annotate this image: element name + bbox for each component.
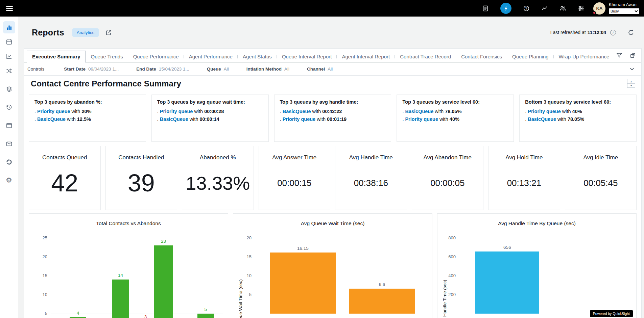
queue-link[interactable]: Priority queue — [405, 116, 438, 122]
filter-queue[interactable]: Queue All — [207, 67, 229, 72]
filter-channel[interactable]: Channel All — [307, 67, 333, 72]
sidebar-item-dashboards[interactable] — [3, 156, 15, 168]
expand-icon[interactable] — [630, 52, 636, 58]
tab-agent-status[interactable]: Agent Status — [238, 51, 277, 62]
flash-button[interactable] — [500, 3, 511, 14]
insight-item: . Priority queue with 40% — [525, 108, 631, 115]
tab-contact-forensics[interactable]: Contact Forensics — [456, 51, 507, 62]
insight-item: . BasicQueue with 12.5% — [34, 115, 140, 123]
kpi-value: 39 — [128, 169, 155, 197]
chart-bar[interactable] — [154, 245, 173, 318]
sliders-icon[interactable] — [578, 5, 585, 12]
queue-link[interactable]: Priority queue — [528, 109, 561, 114]
chart-bar[interactable] — [270, 253, 336, 314]
notes-icon[interactable] — [482, 5, 489, 12]
insight-card-wait-time: Top 3 queues by avg queue wait time: . P… — [151, 95, 269, 142]
filter-initiation-method[interactable]: Intiation Method All — [246, 67, 289, 72]
external-link-icon[interactable] — [105, 29, 112, 36]
agents-icon[interactable] — [559, 5, 566, 12]
avatar[interactable]: KA — [593, 2, 605, 15]
sidebar-item-settings[interactable]: ⚙ — [3, 174, 15, 186]
insight-cards: Top 3 queues by abandon %: . Priority qu… — [29, 95, 637, 142]
chart-bar[interactable] — [197, 314, 214, 318]
sidebar-item-email[interactable] — [3, 138, 15, 150]
tab-queue-interval-report[interactable]: Queue Interval Report — [277, 51, 337, 62]
filter-start-date[interactable]: Start Date 09/04/2023 1... — [64, 67, 119, 72]
dashboard-panel: Executive Summary Queue Trends Queue Per… — [24, 48, 642, 318]
bar-value-label: 14 — [107, 273, 134, 278]
chart-bar[interactable] — [349, 289, 415, 314]
stepper-up-icon[interactable]: ▲ — [627, 79, 635, 83]
last-refreshed-time: 11:12:04 — [588, 30, 606, 35]
insight-card-service-level-bottom: Bottom 3 queues by service level 60: . P… — [519, 95, 637, 142]
plot-area: 16.156.6 — [233, 214, 432, 318]
queue-link[interactable]: BasicQueue — [405, 109, 433, 114]
kpi-cards: Contacts Queued 42 Contacts Handled 39 A… — [29, 146, 637, 210]
queue-link[interactable]: Priority queue — [160, 109, 193, 114]
chevron-down-icon[interactable] — [629, 66, 635, 72]
browser-window-icon — [6, 122, 13, 129]
kpi-abandoned-pct: Abandoned % 13.33% — [182, 146, 254, 210]
menu-icon[interactable] — [6, 5, 13, 12]
controls-label: Controls — [27, 67, 44, 72]
sidebar-item-reports[interactable] — [3, 21, 15, 33]
filter-icon[interactable] — [616, 52, 622, 58]
kpi-value: 00:38:16 — [354, 178, 388, 188]
help-icon[interactable]: ? — [523, 5, 530, 12]
gridline — [51, 238, 223, 238]
insight-card-handle-time: Top 3 queues by avg handle time: . Basic… — [274, 95, 391, 142]
queue-link[interactable]: Priority queue — [283, 116, 316, 122]
kpi-avg-answer-time: Avg Answer Time 00:00:15 — [259, 146, 331, 210]
insight-item: . Priority queue with 20% — [34, 108, 140, 115]
tab-agent-interval-report[interactable]: Agent Interval Report — [337, 51, 395, 62]
tab-wrap-up-performance[interactable]: Wrap-Up Performance — [554, 51, 615, 62]
controls-bar: Controls Start Date 09/04/2023 1... End … — [24, 63, 641, 76]
sidebar-item-history[interactable] — [3, 101, 15, 113]
refresh-button[interactable] — [627, 29, 635, 36]
chart-bar[interactable] — [475, 251, 539, 314]
insight-item: . BasicQueue with 00:42:22 — [280, 108, 386, 115]
insight-card-service-level-top: Top 3 queues by service level 60: . Basi… — [397, 95, 514, 142]
chart-total-contacts-vs-abandons: 4143235 Total Contacts vs Abandons 25201… — [29, 213, 228, 318]
kpi-value: 13.33% — [186, 172, 250, 194]
y-tick-label: 15 — [233, 254, 252, 259]
y-tick-label: 200 — [437, 292, 456, 297]
quicksight-badge: Powered by QuickSight — [590, 310, 633, 317]
sidebar-item-layers[interactable] — [3, 83, 15, 95]
filter-end-date[interactable]: End Date 15/04/2023 1... — [136, 67, 189, 72]
info-icon[interactable]: i — [610, 30, 616, 35]
queue-link[interactable]: BasicQueue — [37, 116, 66, 122]
calendar-icon — [6, 38, 13, 45]
status-select[interactable]: Busy — [609, 8, 639, 14]
tab-agent-performance[interactable]: Agent Performance — [184, 51, 238, 62]
queue-link[interactable]: Priority queue — [37, 109, 70, 114]
tab-executive-summary[interactable]: Executive Summary — [27, 51, 86, 63]
gridline — [51, 295, 223, 295]
kpi-avg-abandon-time: Avg Abandon Time 00:00:05 — [412, 146, 484, 210]
sidebar-item-calendar[interactable] — [3, 36, 15, 48]
queue-link[interactable]: BasicQueue — [528, 116, 556, 122]
page-header: Reports Analytics Last refreshed at 11:1… — [18, 17, 644, 48]
queue-link[interactable]: BasicQueue — [160, 116, 188, 122]
layers-icon — [6, 86, 13, 92]
tab-queue-planning[interactable]: Queue Planning — [507, 51, 554, 62]
sidebar-item-window[interactable] — [3, 120, 15, 132]
insight-item: . BasicQueue with 00:00:14 — [157, 115, 263, 123]
metrics-icon[interactable] — [541, 5, 548, 12]
sidebar-item-routing[interactable] — [3, 65, 15, 77]
donut-chart-icon — [6, 159, 13, 165]
queue-link[interactable]: BasicQueue — [283, 109, 311, 114]
chart-avg-handle-time-by-queue: 656 Avg Handle Time By Queue (sec) Avg H… — [437, 213, 637, 318]
charts-row: 4143235 Total Contacts vs Abandons 25201… — [29, 213, 637, 318]
sidebar-item-analytics[interactable] — [3, 50, 15, 62]
chart-bar[interactable] — [112, 280, 129, 318]
gridline — [51, 257, 223, 257]
tab-queue-trends[interactable]: Queue Trends — [86, 51, 128, 62]
tab-contract-trace-record[interactable]: Contract Trace Record — [395, 51, 456, 62]
kpi-contacts-handled: Contacts Handled 39 — [105, 146, 177, 210]
tab-queue-performance[interactable]: Queue Performance — [128, 51, 184, 62]
avatar-initials: KA — [596, 6, 603, 11]
stepper-down-icon[interactable]: ▼ — [627, 83, 635, 87]
gridline — [459, 238, 631, 238]
kpi-value: 00:13:21 — [507, 178, 541, 188]
